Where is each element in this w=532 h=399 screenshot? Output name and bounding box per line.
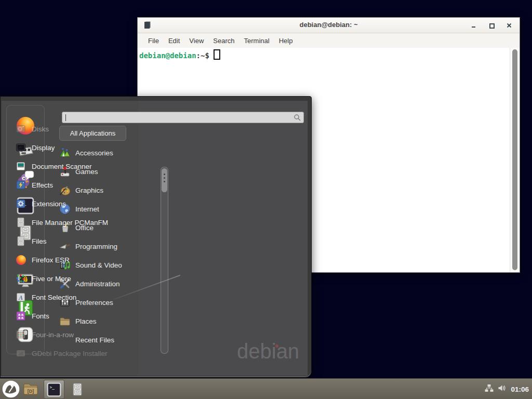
taskbar: [D] >_ 01:06: [0, 378, 532, 399]
terminal-cursor: [214, 49, 220, 60]
terminal-scrollbar-thumb[interactable]: [512, 49, 517, 270]
app-display[interactable]: Display: [16, 138, 166, 157]
app-fonts[interactable]: a aa a Fonts: [16, 307, 166, 325]
app-extensions[interactable]: Extensions: [16, 194, 166, 213]
clock[interactable]: 01:06: [511, 385, 530, 393]
svg-text:a a: a a: [18, 316, 23, 320]
app-file-manager-pcmanfm[interactable]: File Manager PCManFM: [16, 213, 166, 232]
svg-text:A: A: [18, 294, 23, 301]
volume-icon[interactable]: [498, 384, 507, 394]
prompt-suffix: :~$: [196, 51, 209, 60]
svg-text:[D]: [D]: [28, 389, 34, 394]
minimize-icon[interactable]: [471, 22, 477, 29]
firefox-icon: [16, 255, 26, 265]
gdebi-icon: [16, 348, 26, 358]
screen: { "desktop": { "watermark_text": "debian…: [0, 0, 532, 399]
app-gdebi-package-installer[interactable]: GDebi Package Installer: [16, 344, 166, 363]
terminal-titlebar[interactable]: debian@debian: ~: [138, 18, 520, 33]
five-or-more-icon: [16, 273, 26, 284]
app-disks[interactable]: Disks: [16, 119, 166, 138]
app-four-in-a-row[interactable]: Four-in-a-row: [16, 325, 166, 344]
wallpaper-watermark: debian: [237, 340, 299, 363]
app-five-or-more[interactable]: Five or More: [16, 269, 166, 288]
effects-icon: [16, 180, 26, 190]
extensions-icon: [16, 198, 26, 209]
network-icon[interactable]: [485, 384, 494, 394]
menu-terminal[interactable]: Terminal: [240, 35, 274, 46]
menu-button[interactable]: [2, 380, 20, 398]
terminal-scrollbar[interactable]: [510, 48, 520, 272]
file-cabinet-launcher[interactable]: [70, 381, 85, 397]
watermark-red-dot: [275, 344, 278, 348]
app-document-scanner[interactable]: Document Scanner: [16, 157, 166, 176]
application-menu: debian >_ All Applications Acces: [0, 96, 312, 378]
app-effects[interactable]: Effects: [16, 176, 166, 194]
terminal-taskbar-button[interactable]: >_: [44, 380, 64, 399]
terminal-title: debian@debian: ~: [138, 21, 520, 29]
prompt-user: debian@debian: [139, 51, 196, 60]
menu-view[interactable]: View: [184, 35, 208, 46]
menu-edit[interactable]: Edit: [164, 35, 184, 46]
terminal-menubar: File Edit View Search Terminal Help: [138, 33, 520, 48]
menu-search[interactable]: Search: [208, 35, 239, 46]
disks-icon: [16, 124, 26, 134]
fonts-icon: a aa a: [16, 311, 26, 321]
app-font-selection[interactable]: A Font Selection: [16, 288, 166, 307]
menu-file[interactable]: File: [143, 35, 164, 46]
file-cabinet-icon: [16, 236, 26, 246]
font-selection-icon: A: [16, 292, 26, 302]
apps-scrollbar-thumb[interactable]: [162, 168, 167, 192]
apps-scrollbar[interactable]: [161, 167, 168, 354]
document-scanner-icon: [16, 161, 26, 171]
four-in-a-row-icon: [16, 329, 26, 340]
maximize-icon[interactable]: [488, 22, 495, 29]
app-files[interactable]: Files: [16, 232, 166, 250]
file-cabinet-icon: [16, 217, 26, 228]
app-firefox-esr[interactable]: Firefox ESR: [16, 250, 166, 269]
application-list: Disks Display Document Scanner Effects E…: [16, 119, 166, 363]
svg-text:>_: >_: [50, 385, 55, 390]
menu-help[interactable]: Help: [274, 35, 298, 46]
search-icon: [294, 114, 301, 123]
display-icon: [16, 142, 26, 153]
folder-d-launcher[interactable]: [D]: [22, 382, 39, 396]
close-icon[interactable]: [506, 22, 512, 29]
